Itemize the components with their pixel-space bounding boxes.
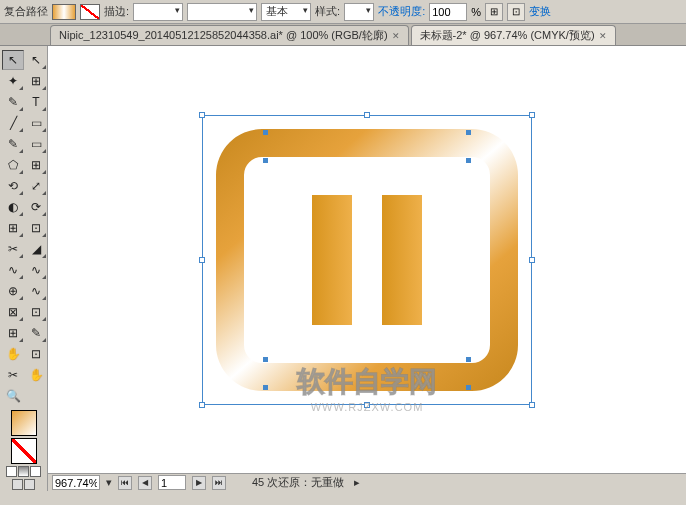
tab-label: Nipic_12310549_20140512125852044358.ai* …: [59, 28, 388, 43]
symbol-tool[interactable]: ⊕: [2, 281, 24, 301]
tab-label: 未标题-2* @ 967.74% (CMYK/预览): [420, 28, 595, 43]
scissors-tool[interactable]: ✂: [2, 365, 24, 385]
main-area: ↖ ↖ ✦ ⊞ ✎ T ╱ ▭ ✎ ▭ ⬠ ⊞ ⟲ ⤢ ◐ ⟳ ⊞ ⊡ ✂ ◢ …: [0, 46, 686, 491]
svg-rect-0: [312, 195, 352, 325]
last-artboard-icon[interactable]: ⏭: [212, 476, 226, 490]
svg-rect-1: [382, 195, 422, 325]
hand-tool-3[interactable]: ✋: [25, 365, 47, 385]
width-tool[interactable]: ◐: [2, 197, 24, 217]
rotate-tool[interactable]: ⟲: [2, 176, 24, 196]
measure-tool[interactable]: ⊡: [25, 344, 47, 364]
stroke-swatch[interactable]: [80, 4, 100, 20]
document-tab-2[interactable]: 未标题-2* @ 967.74% (CMYK/预览) ✕: [411, 25, 616, 45]
dropdown-arrow-icon[interactable]: ▾: [106, 476, 112, 489]
mesh-tool[interactable]: ✂: [2, 239, 24, 259]
crop-icon[interactable]: ⊡: [507, 3, 525, 21]
brush-dropdown[interactable]: [187, 3, 257, 21]
artboard-input[interactable]: [158, 475, 186, 490]
style-dropdown[interactable]: [344, 3, 374, 21]
opacity-label[interactable]: 不透明度:: [378, 4, 425, 19]
stroke-weight-dropdown[interactable]: [133, 3, 183, 21]
tool-panel: ↖ ↖ ✦ ⊞ ✎ T ╱ ▭ ✎ ▭ ⬠ ⊞ ⟲ ⤢ ◐ ⟳ ⊞ ⊡ ✂ ◢ …: [0, 46, 48, 491]
none-mode-icon[interactable]: [30, 466, 41, 477]
basic-dropdown[interactable]: 基本: [261, 3, 311, 21]
line-tool[interactable]: ╱: [2, 113, 24, 133]
color-mode-icon[interactable]: [6, 466, 17, 477]
stroke-label: 描边:: [104, 4, 129, 19]
free-transform-tool[interactable]: ⟳: [25, 197, 47, 217]
zoom-input[interactable]: [52, 475, 100, 490]
color-section: [2, 410, 45, 490]
fill-color-swatch[interactable]: [11, 410, 37, 436]
blend-tool[interactable]: ∿: [25, 260, 47, 280]
rectangle-tool[interactable]: ▭: [25, 113, 47, 133]
hand-tool-2[interactable]: ✋: [2, 344, 24, 364]
type-tool[interactable]: T: [25, 92, 47, 112]
empty-tool: [25, 386, 47, 406]
gradient-tool[interactable]: ◢: [25, 239, 47, 259]
percent-label: %: [471, 6, 481, 18]
blob-brush-tool[interactable]: ⬠: [2, 155, 24, 175]
canvas-area: 软件自学网 WWW.RJZXW.COM ▾ ⏮ ◀ ▶ ⏭ 45 次还原：无重做…: [48, 46, 686, 491]
gradient-mode-icon[interactable]: [18, 466, 29, 477]
selection-tool[interactable]: ↖: [2, 50, 24, 70]
shape-builder-tool[interactable]: ⊞: [2, 218, 24, 238]
style-label: 样式:: [315, 4, 340, 19]
document-tab-1[interactable]: Nipic_12310549_20140512125852044358.ai* …: [50, 25, 409, 45]
graph-tool[interactable]: ∿: [25, 281, 47, 301]
zoom-tool[interactable]: 🔍: [2, 386, 24, 406]
slice-tool[interactable]: ⊡: [25, 302, 47, 322]
scale-tool[interactable]: ⤢: [25, 176, 47, 196]
paintbrush-tool[interactable]: ✎: [2, 134, 24, 154]
close-icon[interactable]: ✕: [599, 31, 607, 41]
dropdown-arrow-icon[interactable]: ▸: [354, 476, 360, 489]
pencil-tool[interactable]: ▭: [25, 134, 47, 154]
tool-grid: ↖ ↖ ✦ ⊞ ✎ T ╱ ▭ ✎ ▭ ⬠ ⊞ ⟲ ⤢ ◐ ⟳ ⊞ ⊡ ✂ ◢ …: [2, 50, 45, 406]
lasso-tool[interactable]: ⊞: [25, 71, 47, 91]
print-tiling-tool[interactable]: ✎: [25, 323, 47, 343]
artboard-tool[interactable]: ⊠: [2, 302, 24, 322]
first-artboard-icon[interactable]: ⏮: [118, 476, 132, 490]
transform-label[interactable]: 变换: [529, 4, 551, 19]
stroke-color-swatch[interactable]: [11, 438, 37, 464]
status-bar: ▾ ⏮ ◀ ▶ ⏭ 45 次还原：无重做 ▸: [48, 473, 686, 491]
perspective-tool[interactable]: ⊡: [25, 218, 47, 238]
close-icon[interactable]: ✕: [392, 31, 400, 41]
next-artboard-icon[interactable]: ▶: [192, 476, 206, 490]
eraser-tool[interactable]: ⊞: [25, 155, 47, 175]
undo-status-text: 45 次还原：无重做: [252, 475, 344, 490]
property-toolbar: 复合路径 描边: 基本 样式: 不透明度: % ⊞ ⊡ 变换: [0, 0, 686, 24]
align-icon[interactable]: ⊞: [485, 3, 503, 21]
screen-mode-icon[interactable]: [12, 479, 23, 490]
hand-tool[interactable]: ⊞: [2, 323, 24, 343]
document-tab-bar: Nipic_12310549_20140512125852044358.ai* …: [0, 24, 686, 46]
fill-swatch[interactable]: [52, 4, 76, 20]
magic-wand-tool[interactable]: ✦: [2, 71, 24, 91]
direct-selection-tool[interactable]: ↖: [25, 50, 47, 70]
pen-tool[interactable]: ✎: [2, 92, 24, 112]
eyedropper-tool[interactable]: ∿: [2, 260, 24, 280]
canvas[interactable]: 软件自学网 WWW.RJZXW.COM: [48, 46, 686, 473]
change-screen-icon[interactable]: [24, 479, 35, 490]
artwork-shape[interactable]: [202, 115, 532, 405]
opacity-input[interactable]: [429, 3, 467, 21]
prev-artboard-icon[interactable]: ◀: [138, 476, 152, 490]
path-type-label: 复合路径: [4, 4, 48, 19]
